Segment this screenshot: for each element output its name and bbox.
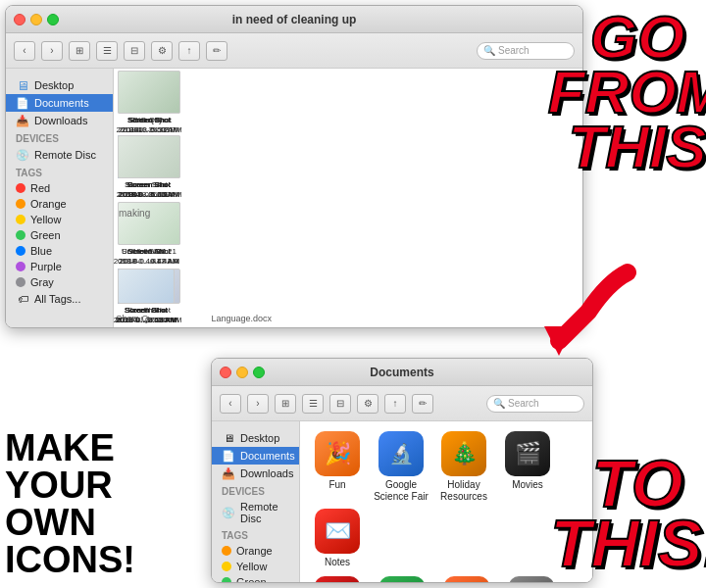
sidebar-tag-blue[interactable]: Blue <box>6 243 113 259</box>
folder-label: Google Science Fair <box>373 479 429 503</box>
list-item[interactable]: making Unknown-10.21 <box>116 202 182 257</box>
tag-dot-purple <box>16 262 25 271</box>
finder-titlebar: in need of cleaning up <box>6 6 582 33</box>
sidebar-item-documents[interactable]: 📄 Documents <box>6 94 113 112</box>
view-list-button[interactable]: ☰ <box>302 394 324 414</box>
close-button[interactable] <box>14 14 25 25</box>
sidebar-label-downloads: Downloads <box>34 115 87 126</box>
red-arrow <box>530 263 647 365</box>
fullscreen-button[interactable] <box>47 14 59 25</box>
file-name: Unknown-10.21 <box>114 247 184 257</box>
clean-finder-toolbar: ‹ › ⊞ ☰ ⊟ ⚙ ↑ ✏ 🔍 Search <box>212 386 592 421</box>
window-title: in need of cleaning up <box>232 13 357 26</box>
to-this-text: TO THIS! <box>550 454 706 573</box>
tag-dot-orange <box>222 546 231 556</box>
disc-icon: 💿 <box>222 506 235 519</box>
list-item[interactable]: Screen Shot2018-0…36.11 AM <box>116 135 182 199</box>
clean-window-title: Documents <box>370 366 433 379</box>
minimize-button[interactable] <box>30 14 42 25</box>
sidebar-label: Downloads <box>240 467 293 479</box>
desktop-icon: 🖥 <box>222 431 235 445</box>
folder-item-school[interactable]: 🏫 School <box>437 576 496 582</box>
folder-icon: 🖥 <box>16 78 29 92</box>
fullscreen-button[interactable] <box>253 367 265 378</box>
sidebar-item-downloads[interactable]: 📥 Downloads <box>6 112 113 129</box>
back-button[interactable]: ‹ <box>220 394 241 414</box>
list-item[interactable]: Screen Shot2018-0…35.42 PM <box>116 71 182 134</box>
view-column-button[interactable]: ⊟ <box>124 41 145 61</box>
traffic-lights <box>220 367 265 378</box>
search-box[interactable]: 🔍 Search <box>477 42 575 60</box>
go-text: GO <box>590 10 684 65</box>
edit-button[interactable]: ✏ <box>206 41 227 61</box>
sidebar-item-desktop[interactable]: 🖥 Desktop <box>212 429 299 447</box>
folder-item-photos[interactable]: 📷 Photos <box>308 576 367 582</box>
search-icon: 🔍 <box>483 45 495 56</box>
minimize-button[interactable] <box>236 367 248 378</box>
tag-dot-blue <box>16 246 25 256</box>
sidebar-item-downloads[interactable]: 📥 Downloads <box>212 465 299 482</box>
file-name: Screen Shot2018-0…36.11 AM <box>114 180 184 199</box>
tag-dot-yellow <box>222 562 231 571</box>
list-item[interactable]: text.docx <box>116 315 176 323</box>
close-button[interactable] <box>220 367 231 378</box>
back-button[interactable]: ‹ <box>14 41 35 61</box>
forward-button[interactable]: › <box>247 394 269 414</box>
sidebar-tag-orange[interactable]: Orange <box>212 543 299 559</box>
share-button[interactable]: ↑ <box>178 41 200 61</box>
sidebar-label-remote: Remote Disc <box>34 149 96 161</box>
finder-sidebar: 🖥 Desktop 📄 Documents 📥 Downloads Device… <box>6 69 114 327</box>
sidebar-tag-yellow[interactable]: Yellow <box>6 212 113 227</box>
forward-button[interactable]: › <box>41 41 63 61</box>
clean-finder-window: Documents ‹ › ⊞ ☰ ⊟ ⚙ ↑ ✏ 🔍 Search 🖥 Des… <box>211 358 593 583</box>
folder-item-schedules[interactable]: 🏠 Schedules <box>373 576 431 582</box>
tag-label-yellow: Yellow <box>30 214 61 225</box>
tag-dot-green <box>16 230 25 240</box>
downloads-icon: 📥 <box>222 466 235 480</box>
this-text: THIS <box>568 120 706 174</box>
sidebar-tag-green[interactable]: Green <box>6 227 113 243</box>
sidebar-tag-orange[interactable]: Orange <box>6 196 113 212</box>
clean-finder-body: 🖥 Desktop 📄 Documents 📥 Downloads Device… <box>212 421 592 582</box>
tag-dot-yellow <box>16 215 25 224</box>
make-icons-text-block: MAKE YOUR OWN ICONS! <box>5 429 216 578</box>
sidebar-tag-gray[interactable]: Gray <box>6 274 113 290</box>
documents-icon: 📄 <box>222 449 235 463</box>
view-icon-button[interactable]: ⊞ <box>275 394 296 414</box>
folder-item-holiday[interactable]: 🎄 Holiday Resources <box>435 431 492 503</box>
devices-section-label: Devices <box>6 129 113 146</box>
action-button[interactable]: ⚙ <box>151 41 173 61</box>
sidebar-tag-yellow[interactable]: Yellow <box>212 559 299 574</box>
folder-item-notes[interactable]: ✉️ Notes <box>308 509 367 568</box>
folder-item-movies[interactable]: 🎬 Movies <box>498 431 557 503</box>
sidebar-item-documents[interactable]: 📄 Documents <box>212 447 299 465</box>
search-placeholder: Search <box>498 45 530 56</box>
folder-item-fun[interactable]: 🎉 Fun <box>308 431 367 503</box>
tags-section-label: Tags <box>6 164 113 180</box>
sidebar-item-remote-disc[interactable]: 💿 Remote Disc <box>6 146 113 164</box>
sidebar-label: Desktop <box>240 432 279 444</box>
folder-label: Holiday Resources <box>435 479 492 503</box>
tag-label-green: Green <box>30 229 61 241</box>
share-button[interactable]: ↑ <box>384 394 406 414</box>
view-list-button[interactable]: ☰ <box>96 41 118 61</box>
sidebar-tag-purple[interactable]: Purple <box>6 259 113 274</box>
traffic-lights <box>14 14 59 25</box>
view-icon-button[interactable]: ⊞ <box>69 41 90 61</box>
search-placeholder: Search <box>508 398 539 409</box>
messy-content-area: 🗞 Screen Shot2018-0…11 📊 Economy <box>114 69 582 327</box>
finder-toolbar: ‹ › ⊞ ☰ ⊟ ⚙ ↑ ✏ 🔍 Search <box>6 33 582 69</box>
sidebar-tag-red[interactable]: Red <box>6 180 113 196</box>
sidebar-item-desktop[interactable]: 🖥 Desktop <box>6 76 113 94</box>
sidebar-remote[interactable]: 💿 Remote Disc <box>212 499 299 526</box>
folder-item-google-science[interactable]: 🔬 Google Science Fair <box>373 431 429 503</box>
action-button[interactable]: ⚙ <box>357 394 378 414</box>
tag-dot-red <box>16 183 25 193</box>
main-container: in need of cleaning up ‹ › ⊞ ☰ ⊟ ⚙ ↑ ✏ 🔍… <box>0 0 706 588</box>
sidebar-tag-green[interactable]: Green <box>212 574 299 583</box>
edit-button[interactable]: ✏ <box>412 394 433 414</box>
folder-icon: 📄 <box>16 96 29 110</box>
sidebar-tag-all[interactable]: 🏷 All Tags... <box>6 290 113 308</box>
view-column-button[interactable]: ⊟ <box>329 394 351 414</box>
tag-label-red: Red <box>30 182 50 194</box>
